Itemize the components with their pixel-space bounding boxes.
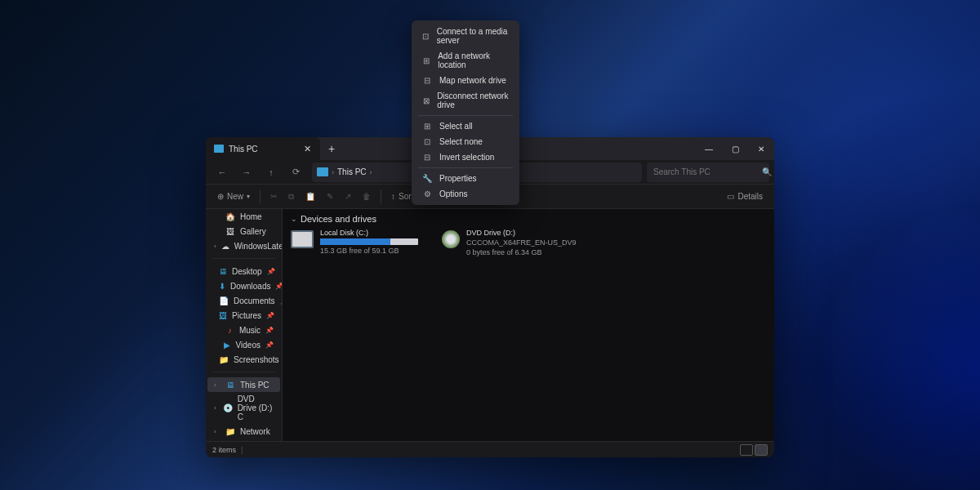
- pin-icon: 📌: [265, 341, 274, 349]
- drive-name: Local Disk (C:): [320, 229, 418, 237]
- up-button[interactable]: ↑: [260, 163, 283, 182]
- tab-title: This PC: [229, 145, 297, 154]
- minimize-button[interactable]: —: [696, 137, 722, 160]
- group-header[interactable]: ⌄ Devices and drives: [291, 214, 766, 224]
- videos-icon: ▶: [224, 340, 231, 350]
- cloud-icon: ☁: [221, 241, 229, 251]
- sidebar-item-home[interactable]: 🏠Home: [207, 209, 280, 224]
- sidebar-item-screenshots[interactable]: 📁Screenshots: [207, 352, 280, 367]
- pin-icon: 📌: [275, 283, 283, 290]
- home-icon: 🏠: [225, 212, 235, 221]
- search-icon: 🔍: [762, 167, 772, 176]
- folder-icon: 📁: [219, 354, 229, 364]
- forward-button[interactable]: →: [235, 163, 258, 182]
- pin-icon: 📌: [266, 312, 274, 319]
- breadcrumb-label[interactable]: This PC: [337, 167, 367, 176]
- content-area: ⌄ Devices and drives Local Disk (C:) 15.…: [283, 209, 774, 441]
- view-list-button[interactable]: [740, 444, 753, 456]
- context-menu: ⊡Connect to a media server ⊞Add a networ…: [412, 20, 519, 205]
- sidebar-item-downloads[interactable]: ⬇Downloads📌: [207, 278, 280, 293]
- sidebar-item-dvd[interactable]: ›💿DVD Drive (D:) C: [207, 392, 280, 424]
- documents-icon: 📄: [219, 296, 229, 305]
- select-none-icon: ⊡: [421, 137, 433, 146]
- ctx-connect-media-server[interactable]: ⊡Connect to a media server: [415, 24, 516, 48]
- sidebar-item-documents[interactable]: 📄Documents📌: [207, 293, 280, 308]
- sidebar-item-videos[interactable]: ▶Videos📌: [207, 337, 280, 352]
- refresh-button[interactable]: ⟳: [284, 163, 307, 182]
- media-server-icon: ⊡: [421, 32, 430, 41]
- sidebar-item-desktop[interactable]: 🖥Desktop📌: [207, 264, 280, 278]
- ctx-add-network-location[interactable]: ⊞Add a network location: [415, 48, 516, 73]
- chevron-right-icon: ›: [332, 168, 334, 176]
- back-button[interactable]: ←: [211, 163, 234, 182]
- copy-button[interactable]: ⧉: [283, 189, 299, 204]
- gallery-icon: 🖼: [225, 226, 235, 236]
- search-input[interactable]: [653, 167, 757, 176]
- sidebar-item-music[interactable]: ♪Music📌: [207, 323, 280, 337]
- paste-button[interactable]: 📋: [301, 189, 320, 203]
- drive-free-text: 0 bytes free of 6.34 GB: [466, 248, 577, 256]
- pin-icon: 📌: [265, 327, 274, 334]
- status-bar: 2 items |: [206, 441, 774, 457]
- view-tiles-button[interactable]: [755, 444, 768, 456]
- downloads-icon: ⬇: [219, 281, 225, 291]
- sidebar-item-windowslatest[interactable]: ›☁WindowsLatest: [207, 238, 280, 253]
- sidebar-item-gallery[interactable]: 🖼Gallery: [207, 224, 280, 238]
- ctx-map-network-drive[interactable]: ⊟Map network drive: [415, 73, 516, 88]
- status-text: 2 items: [212, 446, 236, 454]
- drive-name: DVD Drive (D:): [466, 229, 577, 237]
- rename-button[interactable]: ✎: [322, 189, 338, 203]
- cut-button[interactable]: ✂: [265, 189, 282, 203]
- desktop-icon: 🖥: [219, 266, 227, 276]
- ctx-disconnect-network-drive[interactable]: ⊠Disconnect network drive: [415, 88, 516, 113]
- hdd-icon: [291, 230, 314, 248]
- disconnect-drive-icon: ⊠: [421, 96, 430, 105]
- ctx-properties[interactable]: 🔧Properties: [415, 171, 516, 186]
- ctx-options[interactable]: ⚙Options: [415, 186, 516, 202]
- monitor-icon: [317, 167, 328, 176]
- network-location-icon: ⊞: [421, 56, 431, 65]
- sidebar-item-thispc[interactable]: ›🖥This PC: [207, 377, 280, 392]
- tab-thispc[interactable]: This PC ✕: [206, 137, 320, 160]
- music-icon: ♪: [225, 325, 234, 335]
- ctx-select-all[interactable]: ⊞Select all: [415, 118, 516, 134]
- ctx-select-none[interactable]: ⊡Select none: [415, 134, 516, 149]
- new-button[interactable]: ⊕New▾: [212, 189, 255, 203]
- ctx-invert-selection[interactable]: ⊟Invert selection: [415, 149, 516, 165]
- drive-label: CCCOMA_X64FRE_EN-US_DV9: [466, 238, 577, 247]
- map-drive-icon: ⊟: [421, 76, 433, 85]
- maximize-button[interactable]: ▢: [722, 137, 748, 160]
- thispc-icon: [214, 145, 224, 153]
- delete-button[interactable]: 🗑: [358, 189, 376, 203]
- sidebar-item-network[interactable]: ›📁Network: [207, 424, 280, 439]
- pin-icon: 📌: [267, 268, 275, 275]
- drive-dvd-d[interactable]: DVD Drive (D:) CCCOMA_X64FRE_EN-US_DV9 0…: [442, 229, 577, 256]
- drive-local-c[interactable]: Local Disk (C:) 15.3 GB free of 59.1 GB: [291, 229, 425, 256]
- gear-icon: ⚙: [421, 189, 433, 198]
- dvd-icon: 💿: [223, 403, 233, 413]
- sidebar-item-pictures[interactable]: 🖼Pictures📌: [207, 308, 280, 323]
- select-all-icon: ⊞: [421, 122, 433, 131]
- new-tab-button[interactable]: +: [320, 137, 343, 160]
- network-icon: 📁: [225, 426, 235, 436]
- invert-icon: ⊟: [421, 153, 433, 162]
- close-tab-icon[interactable]: ✕: [302, 144, 312, 154]
- details-button[interactable]: ▭Details: [722, 189, 768, 203]
- chevron-right-icon: ›: [370, 168, 372, 176]
- sidebar: 🏠Home 🖼Gallery ›☁WindowsLatest 🖥Desktop📌…: [206, 209, 283, 441]
- close-button[interactable]: ✕: [748, 137, 774, 160]
- chevron-down-icon: ⌄: [291, 215, 297, 223]
- share-button[interactable]: ↗: [340, 189, 356, 203]
- drive-free-text: 15.3 GB free of 59.1 GB: [320, 247, 418, 255]
- thispc-icon: 🖥: [225, 380, 235, 390]
- dvd-icon: [442, 230, 460, 248]
- pictures-icon: 🖼: [219, 310, 227, 320]
- search-box[interactable]: 🔍: [647, 163, 769, 182]
- storage-bar: [320, 238, 418, 245]
- properties-icon: 🔧: [421, 174, 433, 183]
